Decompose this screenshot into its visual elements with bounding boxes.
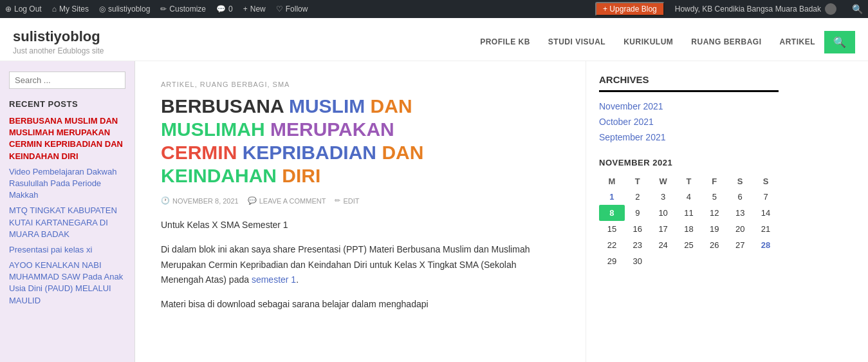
user-avatar [825,3,836,15]
archives-list: November 2021 October 2021 September 202… [599,101,779,142]
calendar-cell: 19 [701,221,727,237]
plus-icon: + [243,5,248,14]
calendar-cell[interactable]: 1 [599,189,625,205]
calendar-cell: 27 [727,237,753,253]
upgrade-button[interactable]: + Upgrade Blog [595,2,665,16]
calendar-cell: 3 [651,189,676,205]
calendar-cell: 12 [701,205,727,221]
nav-artikel[interactable]: ARTIKEL [771,32,825,52]
right-sidebar: ARCHIVES November 2021 October 2021 Sept… [586,61,791,362]
cal-header-t2: T [676,174,702,189]
calendar: M T W T F S S 12345678910111213141516171… [599,174,779,269]
calendar-row: 2930 [599,253,779,269]
calendar-cell: 23 [625,237,651,253]
list-item: September 2021 [599,132,779,142]
logout-link[interactable]: ⊕ Log Out [5,5,42,14]
post-body: Untuk Kelas X SMA Semester 1 Di dalam bl… [161,218,560,312]
nav-studi-visual[interactable]: STUDI VISUAL [539,32,614,52]
site-title[interactable]: sulistiyoblog [13,28,104,45]
customize-link[interactable]: ✏ Customize [160,5,206,14]
recent-post-link-1[interactable]: BERBUSANA MUSLIM DAN MUSLIMAH MERUPAKAN … [9,115,125,162]
calendar-row: 22232425262728 [599,237,779,253]
calendar-cell: 18 [676,221,702,237]
archives-title: ARCHIVES [599,74,779,92]
recent-post-link-2[interactable]: Video Pembelajaran Dakwah Rasulullah Pad… [9,166,125,202]
nav-profile-kb[interactable]: PROFILE KB [471,32,539,52]
list-item: AYOO KENALKAN NABI MUHAMMAD SAW Pada Ana… [9,260,125,307]
recent-post-link-4[interactable]: Presentasi pai kelas xi [9,244,125,256]
nav-ruang-berbagi[interactable]: RUANG BERBAGI [682,32,770,52]
comment-icon: 💬 [216,5,226,14]
list-item: MTQ TINGKAT KABUPATEN KUTAI KARTANEGARA … [9,205,125,240]
calendar-cell: 15 [599,221,625,237]
page-layout: RECENT POSTS BERBUSANA MUSLIM DAN MUSLIM… [0,61,868,362]
calendar-cell[interactable]: 28 [753,237,779,253]
list-item: November 2021 [599,101,779,111]
archive-oct-2021[interactable]: October 2021 [599,117,654,127]
site-branding: sulistiyoblog Just another Edublogs site [13,28,104,55]
site-nav: PROFILE KB STUDI VISUAL KURIKULUM RUANG … [471,31,855,53]
calendar-cell: 7 [753,189,779,205]
site-tagline: Just another Edublogs site [13,46,104,55]
post-para-2: Di dalam blok ini akan saya share Presen… [161,242,560,288]
search-input[interactable] [9,71,125,89]
admin-search-icon[interactable]: 🔍 [852,4,863,14]
semester-link[interactable]: semester 1 [252,274,296,285]
site-link[interactable]: ◎ sulistiyoblog [99,5,150,14]
left-sidebar: RECENT POSTS BERBUSANA MUSLIM DAN MUSLIM… [0,61,135,362]
calendar-cell: 6 [727,189,753,205]
calendar-cell: 20 [727,221,753,237]
home-icon: ⌂ [52,5,57,14]
cal-header-m: M [599,174,625,189]
cal-header-s1: S [727,174,753,189]
nav-search-button[interactable]: 🔍 [824,31,855,53]
calendar-cell: 2 [625,189,651,205]
calendar-cell: 30 [625,253,651,269]
calendar-cell: 11 [676,205,702,221]
post-categories: ARTIKEL, RUANG BERBAGI, SMA [161,81,560,88]
calendar-row: 1234567 [599,189,779,205]
follow-link[interactable]: ♡ Follow [276,5,308,14]
calendar-row: 15161718192021 [599,221,779,237]
calendar-header-row: M T W T F S S [599,174,779,189]
list-item: October 2021 [599,117,779,127]
comments-link[interactable]: 💬 0 [216,5,233,14]
cal-header-f: F [701,174,727,189]
calendar-cell [676,253,702,269]
list-item: Presentasi pai kelas xi [9,244,125,256]
calendar-cell: 26 [701,237,727,253]
archive-sep-2021[interactable]: September 2021 [599,132,666,142]
post-title: BERBUSANA MUSLIM DAN MUSLIMAH MERUPAKAN … [161,95,560,187]
heart-icon: ♡ [276,5,283,14]
recent-posts-title: RECENT POSTS [9,99,125,109]
calendar-cell: 22 [599,237,625,253]
calendar-cell [651,253,676,269]
post-comment-link[interactable]: 💬 LEAVE A COMMENT [248,196,326,205]
main-content: ARTIKEL, RUANG BERBAGI, SMA BERBUSANA MU… [135,61,586,362]
post-edit-link[interactable]: ✏ EDIT [335,196,359,205]
calendar-row: 891011121314 [599,205,779,221]
new-link[interactable]: + New [243,5,266,14]
calendar-title: NOVEMBER 2021 [599,158,779,167]
edit-icon: ✏ [160,5,167,14]
post-meta: 🕐 NOVEMBER 8, 2021 💬 LEAVE A COMMENT ✏ E… [161,196,560,205]
calendar-cell: 21 [753,221,779,237]
howdy-text: Howdy, KB Cendikia Bangsa Muara Badak [675,3,836,15]
recent-post-link-5[interactable]: AYOO KENALKAN NABI MUHAMMAD SAW Pada Ana… [9,260,125,307]
calendar-cell: 24 [651,237,676,253]
calendar-cell: 29 [599,253,625,269]
cal-header-t1: T [625,174,651,189]
post-para-3: Materi bisa di download sebagai sarana b… [161,297,560,312]
circle-icon: ◎ [99,5,106,14]
post-date-icon: 🕐 NOVEMBER 8, 2021 [161,196,239,205]
calendar-cell [701,253,727,269]
archive-nov-2021[interactable]: November 2021 [599,101,663,111]
calendar-cell: 16 [625,221,651,237]
recent-post-link-3[interactable]: MTQ TINGKAT KABUPATEN KUTAI KARTANEGARA … [9,205,125,240]
mysites-link[interactable]: ⌂ My Sites [52,5,89,14]
wordpress-icon: ⊕ [5,5,12,14]
calendar-body: 1234567891011121314151617181920212223242… [599,189,779,269]
admin-bar: ⊕ Log Out ⌂ My Sites ◎ sulistiyoblog ✏ C… [0,0,868,18]
calendar-cell: 14 [753,205,779,221]
nav-kurikulum[interactable]: KURIKULUM [614,32,682,52]
